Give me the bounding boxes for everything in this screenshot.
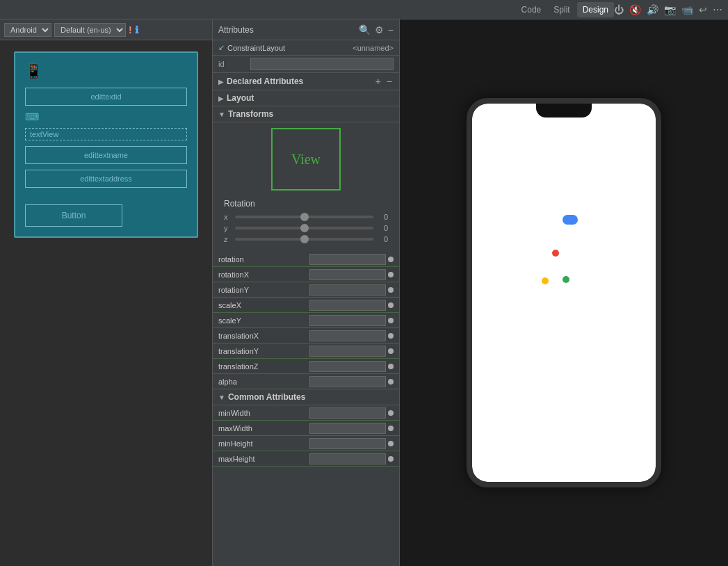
platform-select[interactable]: Android bbox=[4, 23, 51, 37]
attr-value-field[interactable] bbox=[309, 376, 386, 387]
rotation-x-value: 0 bbox=[378, 213, 388, 221]
keyboard-icon: ⌨ bbox=[25, 111, 187, 122]
attr-value-field[interactable] bbox=[309, 269, 386, 280]
attr-dot bbox=[388, 287, 394, 293]
attr-dot bbox=[388, 333, 394, 339]
undo-icon[interactable]: ↩ bbox=[699, 4, 707, 15]
id-row: id bbox=[213, 56, 399, 73]
button-widget[interactable]: Button bbox=[25, 204, 122, 227]
common-attr-value-field[interactable] bbox=[309, 453, 386, 464]
attr-value-field[interactable] bbox=[309, 361, 386, 372]
edittext-name-widget[interactable]: edittextname bbox=[25, 146, 187, 164]
main-content: Android Default (en-us) ! ℹ 📱 edittextid… bbox=[0, 19, 728, 566]
attr-name: translationZ bbox=[218, 362, 309, 371]
edittext-id-widget[interactable]: edittextid bbox=[25, 88, 187, 106]
attr-dot bbox=[388, 318, 394, 323]
more-icon[interactable]: ⋯ bbox=[713, 4, 722, 15]
declared-attributes-section[interactable]: ▶ Declared Attributes + − bbox=[213, 73, 399, 90]
view-preview-box: View bbox=[271, 128, 341, 191]
rotation-y-slider[interactable] bbox=[235, 227, 373, 229]
attr-name: rotation bbox=[218, 255, 309, 264]
record-icon[interactable]: 📹 bbox=[681, 4, 693, 15]
attributes-minimize-button[interactable]: − bbox=[388, 24, 394, 35]
view-preview-text: View bbox=[291, 152, 321, 168]
attr-value-field[interactable] bbox=[309, 284, 386, 296]
attr-value-field[interactable] bbox=[309, 315, 386, 326]
attributes-search-button[interactable]: 🔍 bbox=[359, 24, 371, 35]
layout-frame: 📱 edittextid ⌨ textView edittextname edi… bbox=[14, 51, 198, 238]
mute-icon[interactable]: 🔇 bbox=[629, 4, 641, 15]
transforms-content: View Rotation x 0 y 0 z 0 bbox=[213, 122, 399, 252]
attr-value-field[interactable] bbox=[309, 346, 386, 357]
tab-design[interactable]: Design bbox=[577, 2, 614, 17]
common-attr-dot bbox=[388, 456, 394, 462]
attributes-title: Attributes bbox=[218, 25, 355, 35]
textview-widget[interactable]: textView bbox=[25, 128, 187, 140]
common-attr-row: maxHeight bbox=[213, 451, 399, 467]
add-attribute-button[interactable]: + bbox=[374, 76, 382, 87]
rotation-z-row: z 0 bbox=[224, 235, 388, 243]
tab-code[interactable]: Code bbox=[516, 2, 547, 17]
attr-row: rotationX bbox=[213, 267, 399, 282]
attribute-rows-container: rotation rotationX rotationY scaleX scal… bbox=[213, 252, 399, 389]
id-input[interactable] bbox=[250, 58, 394, 70]
constraint-layout-type: ConstraintLayout bbox=[227, 44, 285, 52]
volume-icon[interactable]: 🔊 bbox=[647, 4, 658, 15]
transforms-arrow: ▼ bbox=[218, 111, 225, 118]
attr-value-field[interactable] bbox=[309, 254, 386, 265]
transforms-title: Transforms bbox=[228, 109, 273, 119]
attr-row: alpha bbox=[213, 374, 399, 389]
layout-title: Layout bbox=[227, 93, 254, 103]
design-canvas[interactable]: 📱 edittextid ⌨ textView edittextname edi… bbox=[0, 40, 212, 566]
attr-name: translationX bbox=[218, 332, 309, 340]
edittext-address-widget[interactable]: edittextaddress bbox=[25, 170, 187, 188]
constraint-layout-icon: ↙ bbox=[218, 43, 225, 52]
common-attr-value-field[interactable] bbox=[309, 407, 386, 419]
android-toolbar: Android Default (en-us) ! ℹ bbox=[0, 19, 212, 40]
common-attributes-section[interactable]: ▼ Common Attributes bbox=[213, 389, 399, 405]
power-icon[interactable]: ⏻ bbox=[614, 4, 624, 15]
remove-attribute-button[interactable]: − bbox=[385, 76, 394, 87]
tab-split[interactable]: Split bbox=[548, 2, 575, 17]
attr-row: translationX bbox=[213, 328, 399, 343]
common-attr-value-field[interactable] bbox=[309, 423, 386, 434]
view-mode-tabs: Code Split Design bbox=[516, 2, 614, 17]
attr-value-field[interactable] bbox=[309, 300, 386, 311]
rotation-x-slider[interactable] bbox=[235, 216, 373, 218]
phone-notch bbox=[536, 104, 592, 118]
rotation-title: Rotation bbox=[224, 199, 388, 209]
attr-value-field[interactable] bbox=[309, 330, 386, 341]
attr-name: scaleY bbox=[218, 316, 309, 325]
attributes-header: Attributes 🔍 ⚙ − bbox=[213, 19, 399, 40]
attr-name: translationY bbox=[218, 347, 309, 355]
phone-icon: 📱 bbox=[25, 63, 187, 79]
attr-row: translationY bbox=[213, 343, 399, 359]
declared-attrs-actions: + − bbox=[374, 76, 394, 87]
transforms-section[interactable]: ▼ Transforms bbox=[213, 106, 399, 122]
attr-dot bbox=[388, 364, 394, 369]
theme-select[interactable]: Default (en-us) bbox=[54, 23, 126, 37]
layout-section[interactable]: ▶ Layout bbox=[213, 90, 399, 106]
attr-dot bbox=[388, 302, 394, 308]
attributes-gear-button[interactable]: ⚙ bbox=[375, 24, 384, 35]
attr-dot bbox=[388, 348, 394, 354]
screenshot-icon[interactable]: 📷 bbox=[664, 4, 676, 15]
attr-name: alpha bbox=[218, 378, 309, 386]
right-panel bbox=[400, 19, 728, 566]
common-attr-dot bbox=[388, 426, 394, 431]
top-toolbar: Code Split Design ⏻ 🔇 🔊 📷 📹 ↩ ⋯ bbox=[0, 0, 728, 19]
common-attr-row: minWidth bbox=[213, 405, 399, 421]
common-attr-row: minHeight bbox=[213, 436, 399, 451]
common-attr-value-field[interactable] bbox=[309, 438, 386, 449]
common-attrs-arrow: ▼ bbox=[218, 394, 225, 401]
rotation-x-row: x 0 bbox=[224, 213, 388, 221]
google-dot-green bbox=[563, 276, 569, 283]
attr-name: rotationY bbox=[218, 286, 309, 294]
id-label: id bbox=[218, 60, 246, 68]
attr-row: rotationY bbox=[213, 282, 399, 298]
left-panel: Android Default (en-us) ! ℹ 📱 edittextid… bbox=[0, 19, 212, 566]
layout-arrow: ▶ bbox=[218, 95, 224, 102]
attr-row: rotation bbox=[213, 252, 399, 267]
rotation-z-slider[interactable] bbox=[235, 238, 373, 241]
constraint-layout-value: <unnamed> bbox=[353, 44, 394, 52]
